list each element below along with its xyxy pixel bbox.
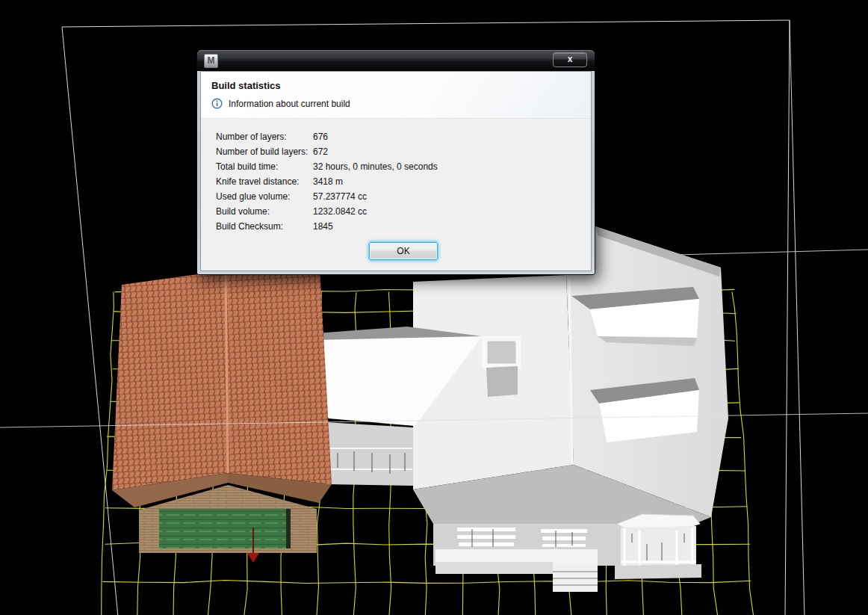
stat-row: Build volume: 1232.0842 cc xyxy=(216,204,591,219)
stat-label: Build Checksum: xyxy=(216,221,313,232)
stat-label: Total build time: xyxy=(216,161,313,172)
stat-value: 3418 m xyxy=(313,176,343,187)
stat-value: 1845 xyxy=(313,221,333,232)
dialog-body: Build statistics Information about curre… xyxy=(200,71,592,271)
ok-button[interactable]: OK xyxy=(369,242,438,260)
dialog-title: Build statistics xyxy=(211,80,580,91)
info-icon xyxy=(211,98,223,109)
stat-label: Used glue volume: xyxy=(216,191,313,202)
dialog-header: Build statistics Information about curre… xyxy=(201,72,591,119)
stat-row: Build Checksum: 1845 xyxy=(216,219,591,234)
stat-row: Total build time: 32 hours, 0 minutes, 0… xyxy=(216,159,591,174)
build-statistics-dialog: M x Build statistics Information about c… xyxy=(196,49,595,275)
stat-value: 676 xyxy=(313,132,328,142)
stat-row: Number of layers: 676 xyxy=(216,129,591,144)
stat-label: Number of build layers: xyxy=(216,146,313,157)
dialog-titlebar[interactable]: M x xyxy=(197,50,595,71)
textured-house-model[interactable] xyxy=(112,266,332,553)
stat-row: Used glue volume: 57.237774 cc xyxy=(216,189,591,204)
stat-row: Number of build layers: 672 xyxy=(216,144,591,159)
close-button[interactable]: x xyxy=(553,52,587,67)
app-m-icon: M xyxy=(204,54,218,68)
stats-list: Number of layers: 676 Number of build la… xyxy=(201,119,591,260)
stat-label: Build volume: xyxy=(216,206,313,217)
application-window: M x Build statistics Information about c… xyxy=(0,0,868,615)
dialog-subtitle: Information about current build xyxy=(229,99,350,109)
stat-row: Knife travel distance: 3418 m xyxy=(216,174,591,189)
stat-value: 32 hours, 0 minutes, 0 seconds xyxy=(313,161,438,172)
stat-value: 1232.0842 cc xyxy=(313,206,367,217)
stat-label: Knife travel distance: xyxy=(216,176,313,187)
stat-value: 57.237774 cc xyxy=(313,191,367,202)
stat-value: 672 xyxy=(313,146,328,157)
stat-label: Number of layers: xyxy=(216,132,313,142)
